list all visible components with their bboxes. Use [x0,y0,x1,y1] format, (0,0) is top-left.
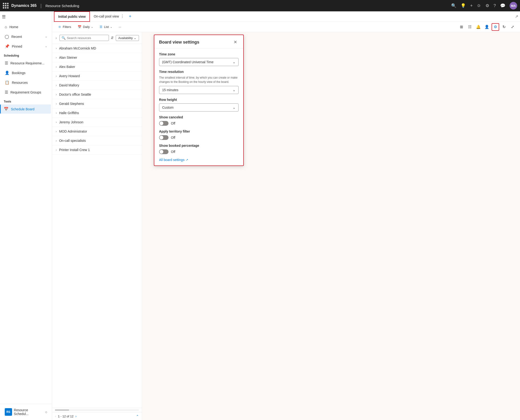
tab-on-call-pool-view[interactable]: On-call pool view ⋮ [90,11,128,22]
collapse-button[interactable]: ⌃ [136,414,139,418]
bell-icon: 🔔 [476,25,481,29]
popout-icon[interactable]: ↗ [515,15,518,18]
expand-button[interactable]: › [55,35,58,41]
territory-filter-toggle-track[interactable] [159,135,169,140]
sidebar-item-requirement-groups[interactable]: ☰ Requirement Groups [1,88,51,97]
booked-percentage-toggle: Off [159,149,238,154]
expand-icon-button[interactable]: ⤢ [509,23,516,31]
tab-add-icon[interactable]: + [129,14,132,19]
gear-icon: ⚙ [494,25,497,29]
lightbulb-icon[interactable]: 💡 [461,3,466,8]
resource-item[interactable]: › Abraham McCormick MD [52,44,142,53]
resource-item[interactable]: › Gerald Stephens [52,99,142,108]
resource-list-scrollbar[interactable] [52,408,142,412]
refresh-icon-button[interactable]: ↻ [500,23,508,31]
settings-header: Board view settings ✕ [154,35,243,49]
resource-name: Printer Install Crew 1 [59,148,90,152]
resource-item[interactable]: › Avery Howard [52,72,142,81]
sidebar-item-resource-requirements[interactable]: ☰ Resource Requireme... [1,59,51,68]
list-button[interactable]: ☰ List ⌄ [97,24,114,30]
tab-more-icon[interactable]: ⋮ [120,14,124,18]
resource-item[interactable]: › Doctor's office Seattle [52,90,142,99]
resource-item[interactable]: › Halle Griffiths [52,108,142,118]
sidebar-bottom-label: Resource Schedul... [14,408,42,416]
hamburger-icon[interactable]: ☰ [2,14,6,19]
resource-list-header: › 🔍 ⇵ Availability ⌄ [52,32,142,44]
daily-label: Daily [83,25,90,29]
row-height-value: Custom [162,105,173,109]
settings-title: Board view settings [159,40,199,45]
search-icon: 🔍 [61,36,66,40]
bell-icon-button[interactable]: 🔔 [475,23,482,31]
time-zone-label: Time zone [159,52,238,56]
sort-button[interactable]: ⇵ [111,35,114,41]
apply-territory-filter-section: Apply territory filter Off [159,129,238,140]
time-resolution-dropdown[interactable]: 15 minutes ⌄ [159,86,238,94]
sidebar-item-pinned[interactable]: 📌 Pinned ⌄ [1,42,51,51]
time-zone-dropdown[interactable]: (GMT) Coordinated Universal Time ⌄ [159,58,238,66]
availability-button[interactable]: Availability ⌄ [116,35,139,41]
settings-close-button[interactable]: ✕ [232,39,238,45]
search-input[interactable] [67,36,107,40]
sidebar-item-home[interactable]: ⌂ Home [1,22,51,31]
sidebar-bottom-item[interactable]: RS Resource Schedul... ◇ [2,406,50,418]
add-icon[interactable]: + [470,3,473,8]
table-icon-button[interactable]: ⊞ [458,23,465,31]
resource-item[interactable]: › Alex Baker [52,62,142,72]
brand-name: Dynamics 365 [11,4,37,8]
person-icon-button[interactable]: 👤 [483,23,491,31]
help-icon[interactable]: ? [493,3,496,8]
tab-initial-public-view[interactable]: Initial public view [54,11,90,22]
resource-item[interactable]: › David Mallory [52,81,142,90]
resource-item[interactable]: › MOD Administrator [52,127,142,136]
board-view-settings-panel: Board view settings ✕ Time zone (GMT) Co… [154,35,244,166]
resource-list-footer: ‹ 1 - 12 of 12 › ⌃ [52,412,142,420]
resource-item[interactable]: › Alan Steiner [52,53,142,62]
filters-button[interactable]: ⛭ Filters [56,24,73,30]
sidebar-item-resources[interactable]: 📋 Resources [1,78,51,87]
booked-percentage-toggle-track[interactable] [159,149,169,154]
list-label: List [104,25,109,29]
user-avatar[interactable]: MA [510,2,517,9]
rs-badge: RS [5,408,12,416]
booked-percentage-value: Off [171,150,175,154]
availability-label: Availability [118,36,133,40]
content-area: Initial public view On-call pool view ⋮ … [52,11,520,420]
list-view-icon-button[interactable]: ☷ [466,23,474,31]
sidebar-item-bookings[interactable]: 👤 Bookings [1,68,51,77]
list-icon: ☰ [100,25,103,29]
resource-name: David Mallory [59,83,79,87]
next-page-button[interactable]: › [75,414,76,418]
row-height-label: Row height [159,98,238,102]
chevron-right-icon: › [56,149,57,151]
territory-filter-toggle: Off [159,135,238,140]
tab-bar-right: ↗ [515,14,518,19]
calendar-icon: 📅 [4,107,8,111]
time-resolution-value: 15 minutes [162,88,178,92]
sidebar-item-label: Recent [11,35,22,39]
show-canceled-value: Off [171,121,175,125]
search-icon[interactable]: 🔍 [451,3,456,8]
row-height-dropdown[interactable]: Custom ⌄ [159,104,238,112]
settings-icon-button[interactable]: ⚙ [492,23,499,31]
groups-icon: ☰ [5,90,8,94]
app-launcher[interactable] [3,3,8,8]
show-canceled-toggle-track[interactable] [159,121,169,126]
chevron-right-icon: › [56,102,57,105]
prev-page-button[interactable]: ‹ [55,414,56,418]
chat-icon[interactable]: 💬 [500,3,505,8]
time-resolution-label: Time resolution [159,70,238,74]
list-view-icon: ☷ [468,25,471,29]
filter-icon[interactable]: ⛭ [477,3,481,8]
daily-button[interactable]: 📅 Daily ⌄ [75,24,95,30]
resource-item[interactable]: › Jeremy Johnson [52,118,142,127]
more-button[interactable]: ··· [116,24,124,30]
settings-icon[interactable]: ⚙ [485,3,489,8]
all-board-settings-link[interactable]: All board settings ↗ [159,158,238,162]
sidebar-item-recent[interactable]: ◯ Recent ⌄ [1,32,51,41]
search-box[interactable]: 🔍 [59,35,109,41]
resource-item[interactable]: › On-call specialists [52,136,142,145]
sidebar-item-schedule-board[interactable]: 📅 Schedule Board [0,105,51,114]
toolbar: ⛭ Filters 📅 Daily ⌄ ☰ List ⌄ ··· ⊞ [52,22,520,32]
resource-item[interactable]: › Printer Install Crew 1 [52,145,142,155]
